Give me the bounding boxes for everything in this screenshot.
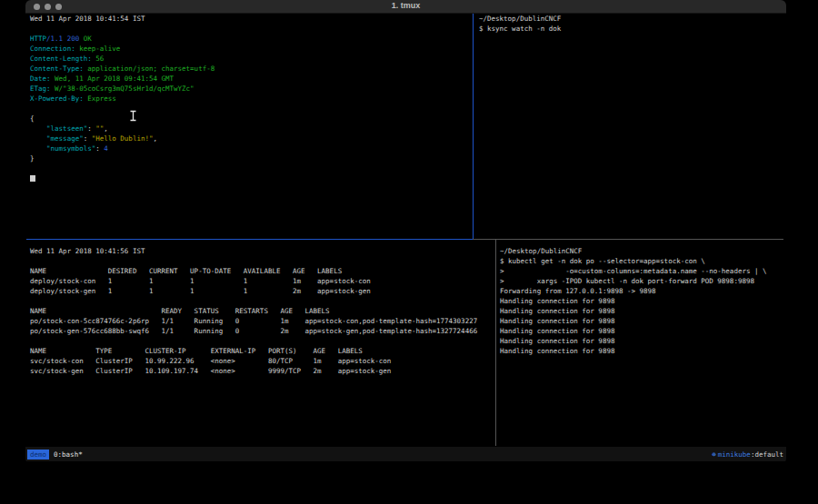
terminal-text: deploy/stock-con 1 1 1 1 1m app=stock-co…: [30, 277, 371, 285]
terminal-line: [30, 163, 476, 173]
pane-ksync-watch[interactable]: ~/Desktop/DublinCNCF$ ksync watch -n dok: [474, 13, 786, 239]
terminal-text: keep-alive: [75, 44, 121, 53]
terminal-text: Handling connection for 9898: [500, 327, 614, 335]
terminal-text: ,: [104, 124, 108, 133]
terminal-text: NAME READY STATUS RESTARTS AGE LABELS: [30, 307, 330, 315]
session-name-badge[interactable]: demo: [27, 450, 49, 460]
terminal-window: Wed 11 Apr 2018 10:41:54 IST HTTP/1.1 20…: [25, 0, 786, 462]
terminal-line: Handling connection for 9898: [500, 336, 786, 346]
terminal-text: [30, 124, 46, 133]
terminal-text: ,: [153, 134, 157, 143]
terminal-line: deploy/stock-gen 1 1 1 1 2m app=stock-ge…: [30, 286, 498, 296]
terminal-line: svc/stock-gen ClusterIP 10.109.197.74 <n…: [30, 366, 498, 376]
terminal-text: W/"38-05coCsrg3mQ75sHr1d/qcMTwYZc": [51, 84, 195, 93]
terminal-line: Content-Length: 56: [30, 54, 476, 64]
terminal-line: [30, 296, 498, 306]
pane-divider-horizontal-left[interactable]: [26, 239, 473, 240]
kube-namespace-label: :default: [751, 450, 783, 459]
terminal-text: svc/stock-con ClusterIP 10.99.222.96 <no…: [30, 357, 391, 365]
terminal-text: ~/Desktop/DublinCNCF: [479, 15, 561, 23]
terminal-line: NAME DESIRED CURRENT UP-TO-DATE AVAILABL…: [30, 266, 498, 276]
terminal-text: po/stock-con-5cc874766c-2p6rp 1/1 Runnin…: [30, 317, 477, 325]
window-tab-bash[interactable]: 0:bash*: [54, 450, 83, 459]
terminal-line: HTTP/1.1 200 OK: [30, 34, 476, 44]
terminal-line: NAME READY STATUS RESTARTS AGE LABELS: [30, 306, 498, 316]
terminal-text: Content-Type:: [30, 64, 84, 73]
terminal-text: NAME TYPE CLUSTER-IP EXTERNAL-IP PORT(S)…: [30, 347, 363, 355]
terminal-text: [30, 134, 46, 143]
terminal-text: svc/stock-gen ClusterIP 10.109.197.74 <n…: [30, 367, 391, 375]
terminal-line: ~/Desktop/DublinCNCF: [500, 246, 786, 256]
pane-divider-vertical-top[interactable]: [473, 13, 474, 240]
pane-divider-horizontal-right[interactable]: [473, 239, 783, 240]
text-cursor: [30, 175, 35, 182]
terminal-text: Handling connection for 9898: [500, 337, 614, 345]
terminal-text: Connection:: [30, 44, 75, 53]
terminal-text: NAME DESIRED CURRENT UP-TO-DATE AVAILABL…: [30, 267, 342, 275]
terminal-line: Wed 11 Apr 2018 10:41:54 IST: [30, 14, 476, 24]
terminal-line: NAME TYPE CLUSTER-IP EXTERNAL-IP PORT(S)…: [30, 346, 498, 356]
terminal-line: Handling connection for 9898: [500, 306, 786, 316]
terminal-text: Handling connection for 9898: [500, 317, 614, 325]
terminal-text: > xargs -IPOD kubectl -n dok port-forwar…: [500, 277, 754, 285]
terminal-text: [30, 144, 46, 153]
terminal-text: :: [84, 134, 92, 143]
terminal-line: > xargs -IPOD kubectl -n dok port-forwar…: [500, 276, 786, 286]
terminal-line: "numsymbols": 4: [30, 143, 476, 153]
terminal-text: ~/Desktop/DublinCNCF: [500, 247, 582, 255]
terminal-line: Wed 11 Apr 2018 10:41:56 IST: [30, 246, 498, 256]
terminal-line: [30, 173, 476, 183]
mouse-cursor-ibeam: [129, 110, 137, 122]
terminal-text: Handling connection for 9898: [500, 347, 614, 355]
terminal-text: "lastseen": [46, 124, 87, 133]
terminal-line: deploy/stock-con 1 1 1 1 1m app=stock-co…: [30, 276, 498, 286]
terminal-text: Forwarding from 127.0.0.1:9898 -> 9898: [500, 287, 656, 295]
pane-port-forward[interactable]: ~/Desktop/DublinCNCF$ kubectl get -n dok…: [497, 241, 786, 451]
terminal-text: Handling connection for 9898: [500, 307, 614, 315]
terminal-text: ETag:: [30, 84, 51, 93]
terminal-text: X-Powered-By:: [30, 94, 84, 103]
terminal-text: "message": [46, 134, 84, 143]
window-title: 1. tmux: [25, 1, 786, 10]
terminal-text: /1.1 200: [46, 35, 79, 43]
pane-http-response[interactable]: Wed 11 Apr 2018 10:41:54 IST HTTP/1.1 20…: [26, 13, 476, 239]
terminal-line: $ kubectl get -n dok po --selector=app=s…: [500, 256, 786, 266]
terminal-line: > -o=custom-columns=:metadata.name --no-…: [500, 266, 786, 276]
terminal-text: HTTP: [30, 35, 46, 43]
terminal-text: Handling connection for 9898: [500, 297, 614, 305]
terminal-text: OK: [79, 35, 92, 43]
terminal-line: }: [30, 153, 476, 163]
terminal-text: Content-Length:: [30, 54, 92, 63]
terminal-text: Date:: [30, 74, 51, 83]
terminal-text: :: [87, 124, 95, 133]
terminal-line: "message": "Hello Dublin!",: [30, 133, 476, 143]
terminal-line: "lastseen": "",: [30, 124, 476, 133]
terminal-text: 56: [92, 54, 105, 63]
terminal-text: $ ksync watch -n dok: [479, 25, 561, 33]
terminal-text: Wed 11 Apr 2018 10:41:54 IST: [30, 15, 145, 23]
terminal-line: [30, 104, 476, 114]
kube-context-label: minikube: [718, 450, 751, 459]
terminal-line: Handling connection for 9898: [500, 326, 786, 336]
terminal-line: [30, 24, 476, 34]
terminal-line: Handling connection for 9898: [500, 316, 786, 326]
terminal-text: 4: [104, 144, 108, 153]
pane-kubectl-get[interactable]: Wed 11 Apr 2018 10:41:56 IST NAME DESIRE…: [26, 241, 498, 451]
window-titlebar[interactable]: 1. tmux: [25, 0, 786, 14]
pane-divider-vertical-bottom[interactable]: [495, 240, 496, 446]
terminal-line: po/stock-con-5cc874766c-2p6rp 1/1 Runnin…: [30, 316, 498, 326]
terminal-text: Wed, 11 Apr 2018 09:41:54 GMT: [51, 74, 174, 83]
terminal-line: Handling connection for 9898: [500, 296, 786, 306]
terminal-text: :: [95, 144, 104, 153]
terminal-text: deploy/stock-gen 1 1 1 1 2m app=stock-ge…: [30, 287, 371, 295]
terminal-line: po/stock-gen-576cc688bb-swqf6 1/1 Runnin…: [30, 326, 498, 336]
terminal-text: "": [95, 124, 104, 133]
terminal-line: Forwarding from 127.0.0.1:9898 -> 9898: [500, 286, 786, 296]
terminal-line: {: [30, 114, 476, 124]
terminal-text: Wed 11 Apr 2018 10:41:56 IST: [30, 247, 145, 255]
terminal-line: svc/stock-con ClusterIP 10.99.222.96 <no…: [30, 356, 498, 366]
tmux-status-bar: demo 0:bash* ☸ minikube :default: [25, 447, 786, 461]
terminal-content: Wed 11 Apr 2018 10:41:54 IST HTTP/1.1 20…: [25, 0, 786, 462]
terminal-line: Content-Type: application/json; charset=…: [30, 64, 476, 74]
kubernetes-icon: ☸: [712, 450, 716, 459]
